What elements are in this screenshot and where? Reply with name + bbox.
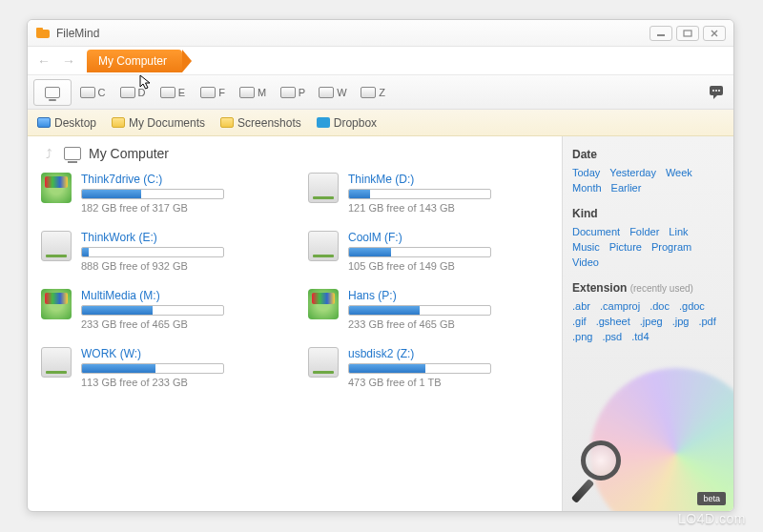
drive-tab-w[interactable]: W (314, 79, 352, 106)
usage-bar (348, 363, 491, 374)
drive-tab-c[interactable]: C (73, 79, 112, 106)
drive-tab-p[interactable]: P (274, 79, 312, 106)
filter-ext-camproj[interactable]: .camproj (600, 300, 640, 312)
quickbar-screenshots[interactable]: Screenshots (220, 116, 301, 130)
app-title: FileMind (56, 27, 99, 40)
filter-date-yesterday[interactable]: Yesterday (609, 167, 656, 178)
quickbar-my-documents[interactable]: My Documents (112, 116, 205, 130)
svg-rect-2 (657, 34, 665, 36)
sidebar-kind-header: Kind (572, 207, 724, 220)
usage-bar (348, 247, 491, 257)
filter-ext-png[interactable]: .png (572, 331, 592, 342)
drive-freespace: 473 GB free of 1 TB (348, 377, 548, 388)
drive-tab-d[interactable]: D (113, 79, 152, 106)
hdd-icon (361, 87, 376, 98)
minimize-button[interactable] (650, 26, 672, 41)
filter-kind-music[interactable]: Music (572, 241, 600, 253)
drive-tab-e[interactable]: E (154, 79, 192, 106)
drive-item[interactable]: Think7drive (C:)182 GB free of 317 GB (41, 173, 281, 214)
feedback-icon[interactable] (707, 84, 728, 101)
svg-point-6 (715, 90, 717, 92)
filter-date-week[interactable]: Week (666, 167, 692, 178)
sidebar: Date TodayYesterdayWeekMonthEarlier Kind… (562, 136, 733, 511)
hdd-icon (200, 87, 216, 98)
titlebar: FileMind (28, 20, 733, 47)
filter-ext-gif[interactable]: .gif (572, 316, 587, 327)
filter-date-today[interactable]: Today (572, 167, 600, 178)
folder-icon (112, 117, 125, 128)
filter-kind-video[interactable]: Video (572, 256, 599, 268)
watermark: LO4D.com (678, 511, 746, 526)
drive-name[interactable]: MultiMedia (M:) (81, 289, 281, 302)
svg-point-5 (712, 90, 714, 92)
filter-ext-jpg[interactable]: .jpg (672, 316, 690, 327)
location-tab[interactable]: My Computer (87, 50, 182, 72)
filter-kind-picture[interactable]: Picture (609, 241, 642, 253)
drive-freespace: 233 GB free of 465 GB (348, 318, 548, 330)
filter-ext-td4[interactable]: .td4 (631, 331, 649, 342)
drive-name[interactable]: CoolM (F:) (348, 231, 548, 244)
computer-icon (64, 147, 81, 160)
forward-button[interactable]: → (56, 51, 81, 72)
drive-item[interactable]: Hans (P:)233 GB free of 465 GB (308, 289, 548, 330)
close-button[interactable] (703, 26, 726, 41)
filter-ext-abr[interactable]: .abr (572, 300, 590, 312)
drive-tab-m[interactable]: M (234, 79, 272, 106)
drive-icon (308, 289, 339, 319)
drive-name[interactable]: WORK (W:) (81, 347, 281, 360)
usage-bar (81, 247, 224, 257)
quickbar-dropbox[interactable]: Dropbox (317, 116, 377, 130)
sidebar-date-header: Date (572, 148, 724, 161)
drive-item[interactable]: ThinkMe (D:)121 GB free of 143 GB (308, 173, 548, 214)
drive-grid: Think7drive (C:)182 GB free of 317 GBThi… (41, 173, 548, 388)
hdd-icon (80, 87, 95, 98)
drive-item[interactable]: CoolM (F:)105 GB free of 149 GB (308, 231, 548, 272)
drive-item[interactable]: ThinkWork (E:)888 GB free of 932 GB (41, 231, 281, 272)
drive-item[interactable]: MultiMedia (M:)233 GB free of 465 GB (41, 289, 281, 330)
back-button[interactable]: ← (31, 51, 56, 72)
drive-name[interactable]: ThinkWork (E:) (81, 231, 281, 244)
app-icon (35, 26, 51, 41)
drive-item[interactable]: usbdisk2 (Z:)473 GB free of 1 TB (308, 347, 548, 388)
drive-tab-computer[interactable] (33, 79, 72, 106)
hdd-icon (319, 87, 334, 98)
drive-freespace: 182 GB free of 317 GB (81, 202, 281, 214)
filter-ext-pdf[interactable]: .pdf (698, 316, 715, 327)
dropbox-icon (317, 117, 330, 128)
filter-ext-psd[interactable]: .psd (602, 331, 622, 342)
quickbar: DesktopMy DocumentsScreenshotsDropbox (28, 110, 733, 136)
filter-date-earlier[interactable]: Earlier (611, 182, 642, 194)
drive-name[interactable]: Think7drive (C:) (81, 173, 281, 186)
location-title: My Computer (89, 146, 169, 161)
hdd-icon (120, 87, 135, 98)
quickbar-desktop[interactable]: Desktop (37, 116, 96, 130)
filter-kind-document[interactable]: Document (572, 226, 620, 237)
hdd-icon (280, 87, 296, 98)
filter-ext-gsheet[interactable]: .gsheet (596, 316, 630, 327)
filter-ext-doc[interactable]: .doc (650, 300, 670, 312)
content-area: ⤴ My Computer Think7drive (C:)182 GB fre… (28, 136, 733, 511)
maximize-button[interactable] (676, 26, 699, 41)
filter-kind-link[interactable]: Link (669, 226, 688, 237)
filter-date-month[interactable]: Month (572, 182, 602, 194)
filter-kind-program[interactable]: Program (651, 241, 691, 253)
drive-freespace: 105 GB free of 149 GB (348, 260, 548, 272)
drive-name[interactable]: Hans (P:) (348, 289, 548, 302)
drive-tab-f[interactable]: F (194, 79, 232, 106)
filter-kind-folder[interactable]: Folder (629, 226, 659, 237)
drive-item[interactable]: WORK (W:)113 GB free of 233 GB (41, 347, 281, 388)
drive-tabs-bar: CDEFMPWZ (28, 75, 733, 110)
navbar: ← → My Computer (28, 47, 733, 75)
drive-name[interactable]: ThinkMe (D:) (348, 173, 548, 186)
filter-ext-gdoc[interactable]: .gdoc (679, 300, 705, 312)
drive-icon (41, 289, 72, 319)
drive-tab-z[interactable]: Z (354, 79, 392, 106)
drive-icon (308, 173, 339, 203)
magnifier-icon (569, 440, 630, 501)
drive-freespace: 121 GB free of 143 GB (348, 202, 548, 214)
drive-icon (41, 173, 72, 203)
drive-icon (308, 231, 339, 261)
drive-name[interactable]: usbdisk2 (Z:) (348, 347, 548, 360)
filter-ext-jpeg[interactable]: .jpeg (640, 316, 663, 327)
up-button[interactable]: ⤴ (41, 147, 56, 161)
